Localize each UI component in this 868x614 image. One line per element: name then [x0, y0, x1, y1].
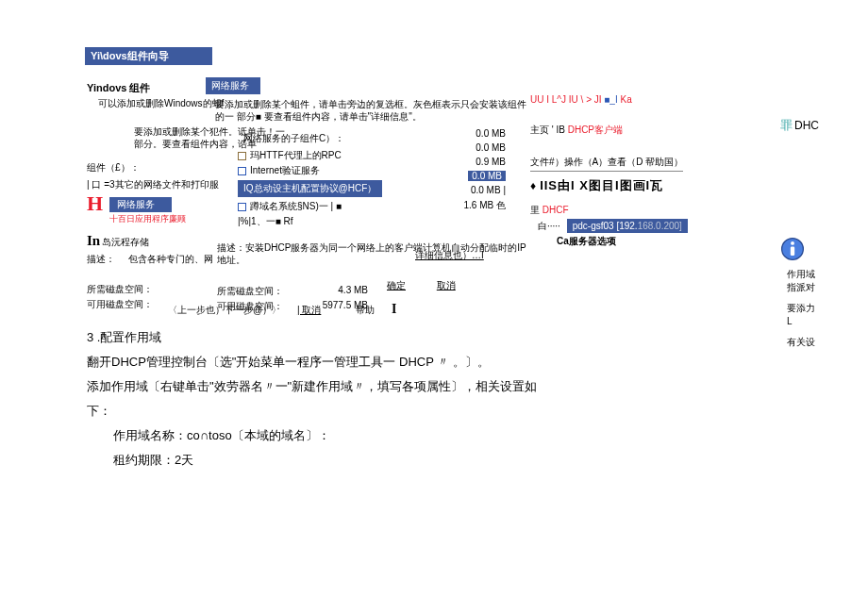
dhc-label: 罪DHC — [780, 117, 819, 134]
breadcrumb: 主页 ' IB DHCP客户端 — [530, 124, 823, 137]
ok-button[interactable]: 确定 — [387, 280, 406, 290]
letter-h-icon: H — [87, 191, 103, 216]
details-button[interactable]: 详细信息也）…I — [415, 249, 484, 262]
dhc-teal-icon: 罪 — [780, 118, 793, 132]
remote-storage-label: 岛沅程存储 — [102, 237, 149, 247]
host-name: pdc-gsf03 [192. — [573, 221, 638, 231]
tree-root[interactable]: 里 DHCF — [530, 204, 823, 217]
scope-line5: 有关设 — [787, 336, 815, 349]
scope-line1: 作用域 — [787, 268, 815, 281]
body-l4: 下： — [87, 400, 537, 423]
disk-req-value: 4.3 MB — [292, 285, 368, 298]
scope-info-text: 作用域 指派对 要添力 L 有关设 — [787, 268, 815, 349]
desc-text: 包含各种专门的、网 — [128, 254, 213, 264]
info-icon — [779, 236, 806, 264]
prev-next-button[interactable]: 〈上一步也）下一步@）〉 — [168, 305, 281, 315]
checkbox-icon[interactable] — [238, 152, 246, 160]
tree-host[interactable]: pdc-gsf03 [192.168.0.200] — [567, 219, 688, 233]
body-l3: 添加作用域〔右键单击"效劳器名〃一"新建作用域〃，填写各项属性〕，相关设置如 — [87, 375, 537, 398]
wizard-nav-row: 〈上一步也）下一步@）〉 | 取消 帮助I — [168, 302, 424, 317]
disk-req-label: 所需磁盘空间： — [217, 285, 292, 298]
network-services-title: 网络服务 — [206, 77, 260, 94]
size-0: 0.0 MB — [413, 128, 506, 139]
size-4: 0.0 MB | — [413, 185, 506, 195]
cancel-button-2[interactable]: | 取消 — [297, 305, 321, 315]
cancel-button[interactable]: 取消 — [437, 280, 456, 290]
option-ias-label: Internet验证服务 — [250, 164, 320, 177]
iis-text: IIS由I X图目I图画I瓦 — [540, 178, 663, 192]
scope-line4: L — [787, 315, 815, 328]
home-label: 主页 ' IB — [530, 124, 565, 135]
document-body: 3 .配置作用域 翻开DHCP管理控制台〔选"开始菜单一程序一管理工具一 DHC… — [87, 326, 537, 473]
help-label: 帮助 — [356, 305, 375, 315]
body-l5: 作用域名称：co∩toso〔本域的域名〕： — [113, 424, 537, 447]
line1-a: UU I L^J IU \ > JI — [530, 94, 602, 105]
checkbox-icon[interactable] — [238, 203, 246, 211]
network-services-para: 要添加或删除某个蛆件，请单击旁边的复选框。灰色框表示只会安装该组件的一 部分■ … — [215, 98, 526, 123]
ok-cancel-row: 确定 取消 — [387, 279, 484, 292]
tree-root-label: DHCF — [540, 205, 569, 215]
network-services-label: 网络服务 — [109, 197, 172, 212]
size-3-highlighted: 0.0 MB — [468, 171, 506, 181]
desc-label: 描述： — [87, 254, 115, 264]
host-ip: 168.0.200] — [638, 221, 682, 231]
right-panel: UU I L^J IU \ > JI ■_I Ka 主页 ' IB DHCP客户… — [530, 94, 823, 248]
size-2: 0.9 MB — [413, 157, 506, 167]
body-l1: 3 .配置作用域 — [87, 326, 537, 349]
diamond-icon: ♦ — [530, 179, 537, 192]
line1-c: Ka — [620, 94, 631, 105]
checkbox-icon[interactable] — [238, 167, 246, 175]
option-dhcp-highlighted[interactable]: IQ总动设主机配置协议@HCF） — [238, 180, 382, 197]
tree-host-row[interactable]: 白····· pdc-gsf03 [192.168.0.200] — [538, 219, 823, 233]
scope-line3: 要添力 — [787, 302, 815, 315]
size-column: 0.0 MB 0.0 MB 0.9 MB 0.0 MB 0.0 MB | 1.6… — [413, 128, 506, 216]
option-rpc-label: 玛HTTF代理上的RPC — [250, 149, 342, 162]
option-rf-label: |%|1、一■ Rf — [238, 215, 292, 228]
size-1: 0.0 MB — [413, 142, 506, 153]
letter-i-icon: I — [392, 302, 396, 316]
tree-root-bullet: 里 — [530, 205, 540, 215]
wizard-titlebar: Yi\dovs组件向导 — [85, 47, 212, 65]
menu-bar[interactable]: 文件#）操作（A）查看（D 帮助国） — [530, 156, 683, 172]
body-l2: 翻开DHCP管理控制台〔选"开始菜单一程序一管理工具一 DHCP 〃 。〕。 — [87, 351, 537, 373]
toolbar-iis[interactable]: ♦IIS由I X图目I图画I瓦 — [530, 177, 823, 194]
tree-branch-icon: 白····· — [538, 221, 560, 231]
body-l6: 租约期限：2天 — [113, 449, 537, 472]
scope-line2: 指派对 — [787, 281, 815, 294]
svg-rect-2 — [791, 246, 794, 256]
help-button[interactable]: 帮助I — [356, 305, 409, 315]
option-dns-label: 蹲域名系统§NS)一 | ■ — [250, 200, 342, 213]
svg-point-1 — [791, 241, 794, 245]
option-rf[interactable]: |%|1、一■ Rf — [238, 215, 526, 228]
dhcp-client-label: DHCP客户端 — [565, 124, 623, 135]
right-line1: UU I L^J IU \ > JI ■_I Ka — [530, 94, 823, 105]
line1-b: ■_I — [602, 94, 621, 105]
dhc-text: DHC — [794, 119, 819, 132]
size-5: 1.6 MB 色 — [413, 199, 506, 212]
